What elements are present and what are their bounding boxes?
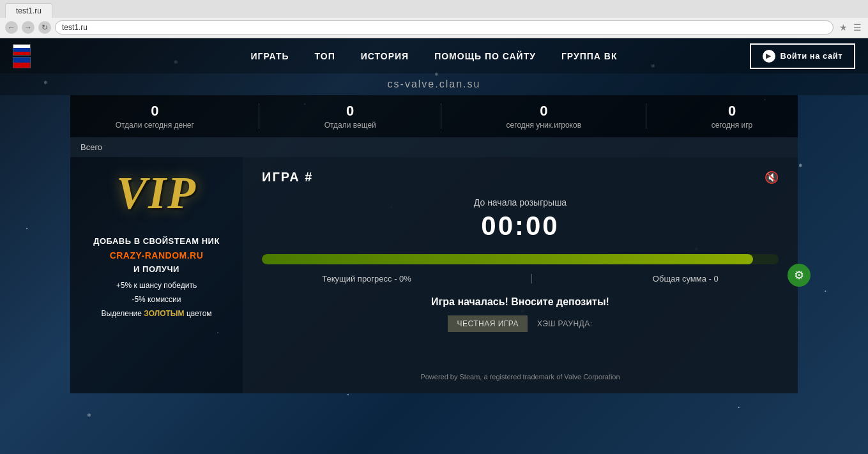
stat-items-value: 0: [324, 103, 376, 119]
browser-tab[interactable]: test1.ru: [5, 3, 52, 18]
login-button[interactable]: ▶ Войти на сайт: [750, 43, 855, 69]
mute-button[interactable]: 🔇: [765, 170, 779, 185]
progress-stats: Текущий прогресс - 0% Общая сумма - 0: [262, 274, 779, 284]
flag-english[interactable]: [13, 57, 31, 68]
vip-sidebar: VIP ДОБАВЬ В СВОЙSTEAM НИК CRAZY-RANDOM.…: [70, 157, 243, 393]
stat-players: 0 сегодня уник.игроков: [506, 103, 581, 130]
reload-button[interactable]: ↻: [38, 21, 51, 34]
stat-games-label: сегодня игр: [712, 121, 752, 130]
nav-history[interactable]: ИСТОРИЯ: [361, 51, 409, 61]
stat-divider-2: [441, 103, 441, 129]
nav-top[interactable]: ТОП: [315, 51, 335, 61]
main-content: VIP ДОБАВЬ В СВОЙSTEAM НИК CRAZY-RANDOM.…: [70, 157, 798, 393]
site-wrapper: ❄ • ❄ • ❄ • ❄ • ❄ • ❄ • ❄ • ❄ • ❄ • ❄ • …: [0, 38, 868, 454]
vip-gold-text: ЗОЛОТЫМ: [144, 309, 184, 318]
vip-site-name[interactable]: CRAZY-RANDOM.RU: [110, 250, 204, 261]
stat-divider-3: [646, 103, 646, 129]
powered-by: Powered by Steam, a registered trademark…: [262, 367, 779, 381]
flag-russia[interactable]: [13, 44, 31, 56]
stat-divider-1: [259, 103, 259, 129]
stat-players-label: сегодня уник.игроков: [506, 121, 581, 130]
menu-icon: ☰: [851, 22, 863, 33]
stat-games-value: 0: [712, 103, 752, 119]
current-progress: Текущий прогресс - 0%: [322, 274, 411, 284]
back-button[interactable]: ←: [5, 21, 18, 34]
game-started-message: Игра началась! Вносите депозиты!: [262, 296, 779, 308]
main-nav: ИГРАТЬ ТОП ИСТОРИЯ ПОМОЩЬ ПО САЙТУ ГРУПП…: [250, 51, 617, 61]
stat-games: 0 сегодня игр: [712, 103, 752, 130]
stat-money-label: Отдали сегодня денег: [116, 121, 194, 130]
address-bar[interactable]: [55, 20, 834, 34]
progress-bar-fill: [262, 254, 753, 264]
stat-items: 0 Отдали вещей: [324, 103, 376, 130]
countdown-timer: 00:00: [262, 211, 779, 241]
progress-bar-container: [262, 254, 779, 264]
bookmark-star-icon: ★: [837, 22, 849, 33]
nav-play[interactable]: ИГРАТЬ: [250, 51, 289, 61]
steam-icon: ▶: [763, 50, 775, 63]
stat-money-value: 0: [116, 103, 194, 119]
site-title: cs-valve.clan.su: [0, 73, 868, 95]
stats-bar: 0 Отдали сегодня денег 0 Отдали вещей 0 …: [70, 95, 798, 137]
game-header: ИГРА # 🔇: [262, 170, 779, 185]
flag-selector: [13, 44, 31, 68]
nav-help[interactable]: ПОМОЩЬ ПО САЙТУ: [434, 51, 536, 61]
stat-money: 0 Отдали сегодня денег: [116, 103, 194, 130]
game-panel: ИГРА # 🔇 До начала розыгрыша 00:00 Текущ…: [243, 157, 798, 393]
stat-players-value: 0: [506, 103, 581, 119]
countdown-label: До начала розыгрыша: [262, 197, 779, 208]
vip-title: VIP: [116, 170, 197, 216]
vip-bonus: +5% к шансу победить -5% комиссии Выделе…: [101, 279, 211, 321]
browser-chrome: test1.ru ← → ↻ ★ ☰: [0, 0, 868, 38]
stat-items-label: Отдали вещей: [324, 121, 376, 130]
vsego-bar: Всего: [70, 137, 798, 157]
vip-bonus2: -5% комиссии: [132, 295, 181, 304]
game-title: ИГРА #: [262, 170, 313, 185]
vip-description: ДОБАВЬ В СВОЙSTEAM НИК CRAZY-RANDOM.RU и…: [93, 235, 220, 276]
total-sum: Общая сумма - 0: [653, 274, 719, 284]
vsego-label: Всего: [80, 142, 102, 152]
vip-bonus1: +5% к шансу победить: [116, 281, 197, 290]
progress-stat-divider: [531, 274, 532, 284]
vip-desc-line3: Выделение: [101, 309, 142, 318]
forward-button[interactable]: →: [22, 21, 34, 34]
settings-button[interactable]: ⚙: [788, 264, 811, 287]
nav-vk[interactable]: ГРУППА ВК: [561, 51, 618, 61]
vip-desc-line2: и получи: [133, 264, 179, 274]
hash-label: ХЭШ РАУНДА:: [537, 319, 592, 328]
game-footer: ЧЕСТНАЯ ИГРА ХЭШ РАУНДА:: [262, 315, 779, 332]
vip-desc-line1: ДОБАВЬ В СВОЙSTEAM НИК: [93, 236, 220, 246]
header: ИГРАТЬ ТОП ИСТОРИЯ ПОМОЩЬ ПО САЙТУ ГРУПП…: [0, 38, 868, 73]
honest-game-button[interactable]: ЧЕСТНАЯ ИГРА: [448, 315, 528, 332]
vip-desc-line4: цветом: [187, 309, 212, 318]
